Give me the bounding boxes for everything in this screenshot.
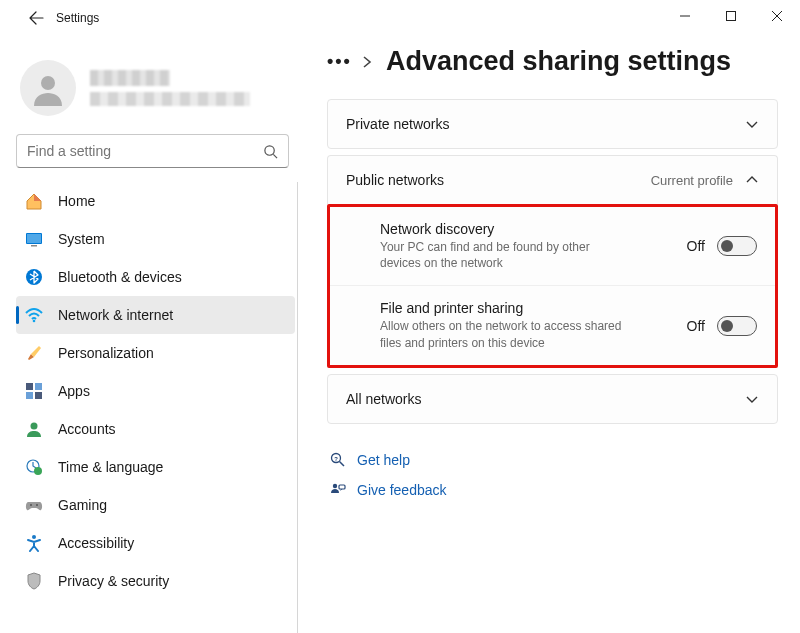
- highlight-box: Network discovery Your PC can find and b…: [327, 204, 778, 368]
- sidebar: Home System Bluetooth & devices: [0, 36, 305, 633]
- sidebar-item-label: Privacy & security: [58, 573, 169, 589]
- window-title: Settings: [56, 11, 99, 25]
- private-networks-section[interactable]: Private networks: [327, 99, 778, 149]
- minimize-icon: [680, 11, 690, 21]
- sidebar-item-label: Bluetooth & devices: [58, 269, 182, 285]
- svg-point-15: [30, 504, 32, 506]
- setting-title: Network discovery: [380, 221, 675, 237]
- section-title: Public networks: [346, 172, 651, 188]
- current-profile-badge: Current profile: [651, 173, 733, 188]
- svg-point-2: [265, 145, 274, 154]
- arrow-left-icon: [28, 10, 44, 26]
- sidebar-item-gaming[interactable]: Gaming: [16, 486, 295, 524]
- close-icon: [772, 11, 782, 21]
- search-box[interactable]: [16, 134, 289, 168]
- svg-rect-0: [727, 12, 736, 21]
- svg-point-14: [34, 467, 42, 475]
- maximize-button[interactable]: [708, 0, 754, 32]
- setting-title: File and printer sharing: [380, 300, 675, 316]
- svg-point-16: [36, 504, 38, 506]
- link-label: Get help: [357, 452, 410, 468]
- system-icon: [24, 229, 44, 249]
- person-icon: [30, 70, 66, 106]
- section-title: All networks: [346, 391, 745, 407]
- sidebar-item-label: Accounts: [58, 421, 116, 437]
- minimize-button[interactable]: [662, 0, 708, 32]
- svg-rect-4: [27, 234, 41, 243]
- svg-rect-8: [26, 383, 33, 390]
- sidebar-item-label: Network & internet: [58, 307, 173, 323]
- svg-rect-5: [31, 245, 37, 247]
- feedback-icon: [327, 482, 349, 498]
- toggle-state-label: Off: [687, 318, 705, 334]
- public-networks-header[interactable]: Public networks Current profile: [327, 155, 778, 204]
- setting-description: Your PC can find and be found by other d…: [380, 239, 630, 271]
- svg-point-20: [333, 484, 337, 488]
- get-help-link[interactable]: ? Get help: [327, 452, 778, 468]
- feedback-link[interactable]: Give feedback: [327, 482, 778, 498]
- profile-text: [90, 70, 250, 106]
- sidebar-item-label: Time & language: [58, 459, 163, 475]
- setting-description: Allow others on the network to access sh…: [380, 318, 630, 350]
- sidebar-item-network[interactable]: Network & internet: [16, 296, 295, 334]
- sidebar-item-accessibility[interactable]: Accessibility: [16, 524, 295, 562]
- profile-block[interactable]: [0, 44, 305, 130]
- home-icon: [24, 191, 44, 211]
- sidebar-item-apps[interactable]: Apps: [16, 372, 295, 410]
- sidebar-item-label: Home: [58, 193, 95, 209]
- svg-rect-21: [339, 485, 345, 489]
- file-printer-sharing-toggle[interactable]: [717, 316, 757, 336]
- profile-name-redacted: [90, 70, 170, 86]
- page-title: Advanced sharing settings: [386, 46, 731, 77]
- shield-icon: [24, 571, 44, 591]
- svg-point-12: [31, 423, 38, 430]
- sidebar-item-personalization[interactable]: Personalization: [16, 334, 295, 372]
- svg-rect-11: [35, 392, 42, 399]
- sidebar-item-label: Apps: [58, 383, 90, 399]
- network-discovery-toggle[interactable]: [717, 236, 757, 256]
- sidebar-item-label: Personalization: [58, 345, 154, 361]
- profile-email-redacted: [90, 92, 250, 106]
- paintbrush-icon: [24, 343, 44, 363]
- back-button[interactable]: [20, 2, 52, 34]
- close-button[interactable]: [754, 0, 800, 32]
- toggle-state-label: Off: [687, 238, 705, 254]
- svg-point-17: [32, 535, 36, 539]
- bluetooth-icon: [24, 267, 44, 287]
- svg-rect-9: [35, 383, 42, 390]
- sidebar-item-time-language[interactable]: Time & language: [16, 448, 295, 486]
- sidebar-item-label: Gaming: [58, 497, 107, 513]
- gamepad-icon: [24, 495, 44, 515]
- breadcrumb-overflow[interactable]: •••: [327, 51, 352, 72]
- sidebar-item-label: System: [58, 231, 105, 247]
- sidebar-item-privacy[interactable]: Privacy & security: [16, 562, 295, 600]
- maximize-icon: [726, 11, 736, 21]
- titlebar: Settings: [0, 0, 800, 36]
- apps-icon: [24, 381, 44, 401]
- window-controls: [662, 0, 800, 32]
- sidebar-item-home[interactable]: Home: [16, 182, 295, 220]
- avatar: [20, 60, 76, 116]
- main-content: ••• Advanced sharing settings Private ne…: [305, 36, 800, 633]
- clock-globe-icon: [24, 457, 44, 477]
- search-input[interactable]: [27, 143, 263, 159]
- help-icon: ?: [327, 452, 349, 468]
- wifi-icon: [24, 305, 44, 325]
- file-printer-sharing-row: File and printer sharing Allow others on…: [330, 285, 775, 364]
- sidebar-item-accounts[interactable]: Accounts: [16, 410, 295, 448]
- search-icon: [263, 144, 278, 159]
- network-discovery-row: Network discovery Your PC can find and b…: [330, 207, 775, 285]
- toggle-knob: [721, 240, 733, 252]
- accessibility-icon: [24, 533, 44, 553]
- link-label: Give feedback: [357, 482, 447, 498]
- sidebar-item-bluetooth[interactable]: Bluetooth & devices: [16, 258, 295, 296]
- all-networks-section[interactable]: All networks: [327, 374, 778, 424]
- breadcrumb: ••• Advanced sharing settings: [327, 46, 778, 77]
- accounts-icon: [24, 419, 44, 439]
- svg-text:?: ?: [334, 455, 338, 461]
- sidebar-divider: [297, 182, 298, 633]
- chevron-down-icon: [745, 392, 759, 406]
- svg-point-1: [41, 76, 55, 90]
- chevron-up-icon: [745, 173, 759, 187]
- sidebar-item-system[interactable]: System: [16, 220, 295, 258]
